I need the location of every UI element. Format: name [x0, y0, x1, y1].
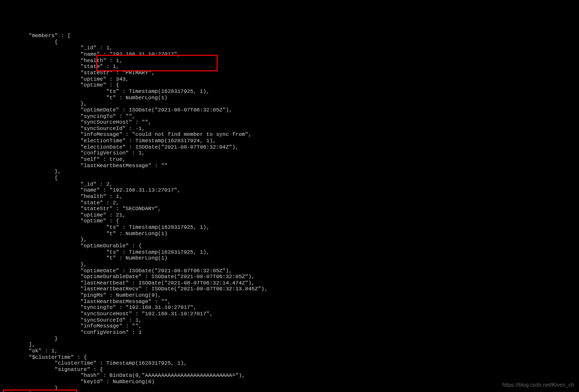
output-line: "$clusterTime" : {: [3, 354, 87, 360]
output-line: "stateStr" : "PRIMARY",: [3, 70, 155, 76]
output-line: "state" : 2,: [3, 200, 119, 206]
watermark-text: https://blog.csdn.net/Kiven_ch: [502, 382, 574, 388]
output-line: "syncingTo" : "",: [3, 113, 135, 119]
output-line: "lastHeartbeat" : ISODate("2021-08-07T06…: [3, 280, 255, 286]
output-line: "syncSourceHost" : "192.168.31.10:27017"…: [3, 311, 213, 317]
output-line: "infoMessage" : "",: [3, 323, 142, 329]
output-line: "ts" : Timestamp(1628317925, 1),: [3, 224, 209, 230]
output-line: "pingMs" : NumberLong(9),: [3, 292, 161, 298]
output-line: "ok" : 1,: [3, 348, 58, 354]
output-line: "ts" : Timestamp(1628317925, 1),: [3, 249, 209, 255]
output-line: {: [3, 175, 58, 181]
output-line: "name" : "192.168.31.10:27017",: [3, 51, 180, 57]
output-line: "_id" : 2,: [3, 181, 112, 187]
terminal-output[interactable]: "members" : [ { "_id" : 1, "name" : "192…: [0, 25, 579, 392]
output-line: },: [3, 237, 87, 242]
output-line: "uptime" : 21,: [3, 212, 126, 218]
output-line: "self" : true,: [3, 156, 126, 162]
output-line: "optimeDate" : ISODate("2021-08-07T06:32…: [3, 107, 232, 113]
output-line: "t" : NumberLong(1): [3, 255, 168, 261]
output-line: "syncSourceId" : -1,: [3, 126, 145, 131]
output-line: "syncSourceHost" : "",: [3, 119, 152, 125]
output-line: "health" : 1,: [3, 58, 122, 64]
output-line: "signature" : {: [3, 367, 103, 372]
output-line: "health" : 1,: [3, 194, 122, 199]
output-line: "electionDate" : ISODate("2021-08-07T06:…: [3, 144, 239, 150]
output-line: "syncSourceId" : 1,: [3, 317, 142, 323]
output-line: "electionTime" : Timestamp(1628317924, 1…: [3, 138, 216, 144]
output-line: "lastHeartbeatMessage" : "",: [3, 299, 171, 305]
output-line: "_id" : 1,: [3, 45, 112, 51]
output-line: "optime" : {: [3, 218, 119, 224]
output-line: "optimeDurable" : {: [3, 243, 142, 249]
output-line: "optimeDate" : ISODate("2021-08-07T06:32…: [3, 268, 232, 274]
output-line: "syncingTo" : "192.168.31.10:27017",: [3, 305, 197, 310]
output-line: "configVersion" : 1: [3, 329, 142, 335]
output-line: "infoMessage" : "could not find member t…: [3, 131, 251, 137]
output-line: "members" : [: [3, 33, 71, 39]
output-line: },: [3, 261, 87, 267]
output-line: ],: [3, 342, 35, 348]
output-line: "hash" : BinData(0,"AAAAAAAAAAAAAAAAAAAA…: [3, 372, 245, 378]
output-line: "lastHeartbeatMessage" : "": [3, 163, 168, 169]
output-line: "keyId" : NumberLong(0): [3, 379, 155, 385]
output-line: "t" : NumberLong(1): [3, 95, 168, 101]
output-line: "configVersion" : 1,: [3, 150, 145, 156]
output-line: "optime" : {: [3, 82, 119, 88]
output-line: "optimeDurableDate" : ISODate("2021-08-0…: [3, 274, 255, 280]
output-line: {: [3, 39, 58, 45]
output-line: "uptime" : 343,: [3, 76, 129, 82]
output-line: "clusterTime" : Timestamp(1628317925, 1)…: [3, 360, 187, 366]
output-line: "stateStr" : "SECONDARY",: [3, 206, 161, 212]
output-line: }: [3, 385, 58, 391]
output-line: "lastHeartbeatRecv" : ISODate("2021-08-0…: [3, 286, 267, 292]
output-line: "ts" : Timestamp(1628317925, 1),: [3, 88, 209, 94]
output-line: "name" : "192.168.31.13:27017",: [3, 187, 180, 193]
output-line: }: [3, 336, 58, 342]
output-line: },: [3, 101, 87, 107]
output-line: },: [3, 169, 61, 174]
output-line: "t" : NumberLong(1): [3, 231, 168, 237]
output-line: "state" : 1,: [3, 64, 119, 69]
